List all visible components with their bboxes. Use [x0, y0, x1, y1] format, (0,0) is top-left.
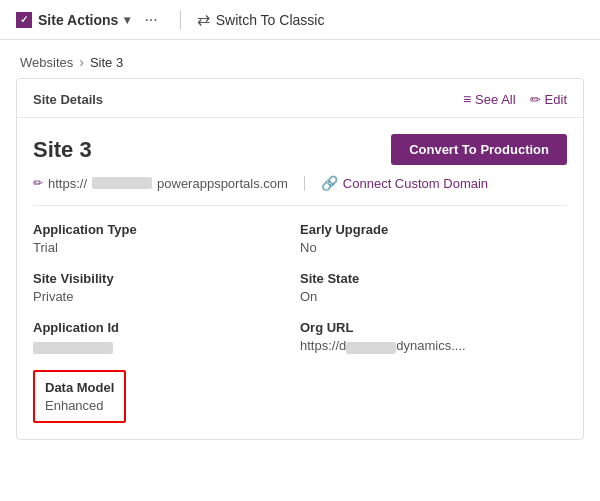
connect-custom-domain-button[interactable]: 🔗 Connect Custom Domain: [305, 175, 488, 191]
more-options-button[interactable]: ···: [138, 7, 163, 33]
application-id-item: Application Id: [33, 320, 300, 354]
list-icon: ≡: [463, 91, 471, 107]
breadcrumb-current: Site 3: [90, 55, 123, 70]
url-pencil-icon: ✏: [33, 176, 43, 190]
see-all-button[interactable]: ≡ See All: [463, 91, 516, 107]
org-url-label: Org URL: [300, 320, 567, 335]
breadcrumb-parent[interactable]: Websites: [20, 55, 73, 70]
breadcrumb-separator: ›: [79, 54, 84, 70]
top-nav: ✓ Site Actions ▾ ··· ⇄ Switch To Classic: [0, 0, 600, 40]
early-upgrade-label: Early Upgrade: [300, 222, 567, 237]
switch-label: Switch To Classic: [216, 12, 325, 28]
site-url-item[interactable]: ✏ https:// powerappsportals.com: [33, 176, 305, 191]
url-redacted: [92, 177, 152, 189]
pencil-icon: ✏: [530, 92, 541, 107]
site-state-value: On: [300, 289, 567, 304]
site-state-item: Site State On: [300, 271, 567, 304]
site-visibility-label: Site Visibility: [33, 271, 300, 286]
card-header-actions: ≡ See All ✏ Edit: [463, 91, 567, 107]
site-title: Site 3: [33, 137, 92, 163]
site-actions-label: Site Actions: [38, 12, 118, 28]
early-upgrade-value: No: [300, 240, 567, 255]
application-type-value: Trial: [33, 240, 300, 255]
connect-domain-label: Connect Custom Domain: [343, 176, 488, 191]
card-header-title: Site Details: [33, 92, 103, 107]
card-header: Site Details ≡ See All ✏ Edit: [17, 79, 583, 118]
url-suffix: powerappsportals.com: [157, 176, 288, 191]
url-row: ✏ https:// powerappsportals.com 🔗 Connec…: [33, 175, 567, 206]
org-url-item: Org URL https://ddynamics....: [300, 320, 567, 354]
data-model-value: Enhanced: [45, 398, 114, 413]
site-visibility-item: Site Visibility Private: [33, 271, 300, 304]
site-actions-button[interactable]: ✓ Site Actions ▾: [16, 12, 130, 28]
site-visibility-value: Private: [33, 289, 300, 304]
application-id-label: Application Id: [33, 320, 300, 335]
application-id-redacted: [33, 342, 113, 354]
switch-icon: ⇄: [197, 10, 210, 29]
chevron-down-icon: ▾: [124, 13, 130, 27]
application-type-label: Application Type: [33, 222, 300, 237]
link-icon: 🔗: [321, 175, 338, 191]
edit-button[interactable]: ✏ Edit: [530, 92, 567, 107]
checkbox-icon: ✓: [16, 12, 32, 28]
application-type-item: Application Type Trial: [33, 222, 300, 255]
org-url-value: https://ddynamics....: [300, 338, 567, 354]
site-details-card: Site Details ≡ See All ✏ Edit Site 3 Con…: [16, 78, 584, 440]
url-prefix: https://: [48, 176, 87, 191]
early-upgrade-item: Early Upgrade No: [300, 222, 567, 255]
application-id-value: [33, 338, 300, 354]
nav-divider: [180, 10, 181, 30]
data-model-label: Data Model: [45, 380, 114, 395]
org-url-redacted: [346, 342, 396, 354]
site-state-label: Site State: [300, 271, 567, 286]
site-title-row: Site 3 Convert To Production: [33, 134, 567, 165]
convert-to-production-button[interactable]: Convert To Production: [391, 134, 567, 165]
breadcrumb: Websites › Site 3: [0, 40, 600, 78]
card-body: Site 3 Convert To Production ✏ https:// …: [17, 118, 583, 439]
details-grid: Application Type Trial Early Upgrade No …: [33, 222, 567, 354]
data-model-box: Data Model Enhanced: [33, 370, 126, 423]
switch-to-classic-button[interactable]: ⇄ Switch To Classic: [197, 10, 325, 29]
